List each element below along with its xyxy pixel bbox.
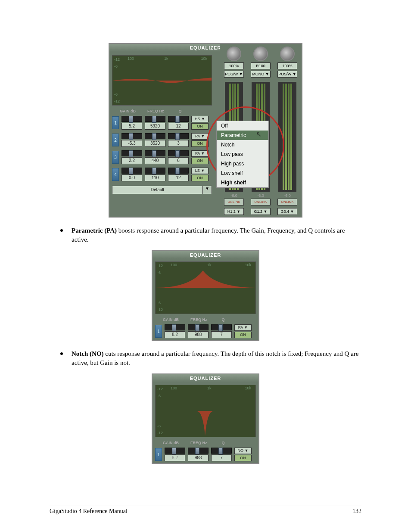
q-slider[interactable] [168,116,189,122]
eq-graph[interactable]: -12 -6 -6 -12 100 1k 10k [155,261,256,314]
on-button[interactable]: ON [191,175,209,181]
on-button[interactable]: ON [191,140,209,147]
q-slider[interactable] [211,448,232,454]
menu-item[interactable]: High pass [217,159,268,168]
gain-slider[interactable] [165,324,185,330]
eq-band-row: 40.011012LS ▼ON [109,166,215,183]
knob[interactable] [280,47,295,61]
menu-item[interactable]: High shelf [217,178,268,187]
q-slider[interactable] [211,324,232,330]
eq-band-row: 32.24406PA ▼ON [109,149,215,166]
unlink-button[interactable]: UNLINK [224,199,244,205]
type-dropdown[interactable]: NO ▼ [234,448,252,454]
equalizer-panel-notch: EQUALIZER -12 -6 -6 -12 100 1k 10k GAIN … [152,373,259,464]
gain-slider[interactable] [121,116,142,122]
q-slider[interactable] [168,168,189,174]
type-dropdown[interactable]: PA ▼ [191,133,209,140]
eq-graph[interactable]: -12 -6 -6 -12 100 1k 10k [112,55,212,106]
notch-curve [156,385,255,437]
on-button[interactable]: ON [191,158,209,164]
freq-slider[interactable] [145,133,165,139]
mode-dropdown[interactable]: POS/W ▼ [224,71,244,78]
type-dropdown[interactable]: LS ▼ [191,168,209,174]
gain-slider[interactable] [121,133,142,139]
mode-dropdown[interactable]: POS/W ▼ [277,71,297,78]
parametric-curve [156,262,255,314]
column-headers: GAIN dB FREQ Hz Q [109,108,215,114]
eq-graph[interactable]: -12 -6 -6 -12 100 1k 10k [155,385,256,437]
gain-slider[interactable] [165,448,185,454]
eq-band-row: 2-5.335203PA ▼ON [109,131,215,149]
on-button[interactable]: ON [234,332,252,338]
menu-item[interactable]: Off [217,121,268,131]
mode-dropdown[interactable]: MONO ▼ [251,71,271,78]
freq-slider[interactable] [145,116,165,122]
bullet-notch: Notch (NO) cuts response around a partic… [50,349,361,367]
q-slider[interactable] [168,150,189,156]
unlink-button[interactable]: UNLINK [277,199,297,205]
gain-slider[interactable] [121,168,142,174]
freq-slider[interactable] [188,324,209,330]
menu-item[interactable]: Low shelf [217,168,268,178]
freq-slider[interactable] [145,150,165,156]
unlink-button[interactable]: UNLINK [251,199,271,205]
eq-band-row: 1 8.2 988 7 NO ▼ON [153,446,258,463]
type-dropdown[interactable]: HS ▼ [191,116,209,122]
equalizer-panel-full: EQUALIZER -12 -6 -6 -12 100 1k 10k GAIN … [109,43,302,218]
on-button[interactable]: ON [234,455,252,461]
eq-curve [112,56,212,105]
menu-item[interactable]: Low pass [217,149,268,159]
equalizer-panel-parametric: EQUALIZER -12 -6 -6 -12 100 1k 10k GAIN … [152,250,259,341]
freq-slider[interactable] [188,448,209,454]
group-dropdown[interactable]: G3:4 ▼ [277,208,297,215]
on-button[interactable]: ON [191,123,209,130]
menu-item[interactable]: Notch [217,140,268,149]
knob[interactable] [227,47,241,61]
group-dropdown[interactable]: H1:2 ▼ [224,208,244,215]
eq-band-row: 1 8.2 988 7 PA ▼ON [153,323,258,340]
gain-slider[interactable] [121,150,142,156]
knob[interactable] [253,47,268,61]
group-dropdown[interactable]: G1:2 ▼ [251,208,271,215]
q-slider[interactable] [168,133,189,139]
cursor-icon: ↖ [256,130,262,138]
preset-selector[interactable]: Default ▼ [112,186,212,194]
eq-band-row: 15.2592012HS ▼ON [109,114,215,131]
bullet-parametric: Parametric (PA) boosts response around a… [50,226,361,244]
dropdown-arrow-icon[interactable]: ▼ [203,186,212,194]
type-dropdown[interactable]: PA ▼ [234,324,252,331]
page-footer: GigaStudio 4 Reference Manual132 [50,505,361,515]
freq-slider[interactable] [145,168,165,174]
type-dropdown[interactable]: PA ▼ [191,150,209,157]
